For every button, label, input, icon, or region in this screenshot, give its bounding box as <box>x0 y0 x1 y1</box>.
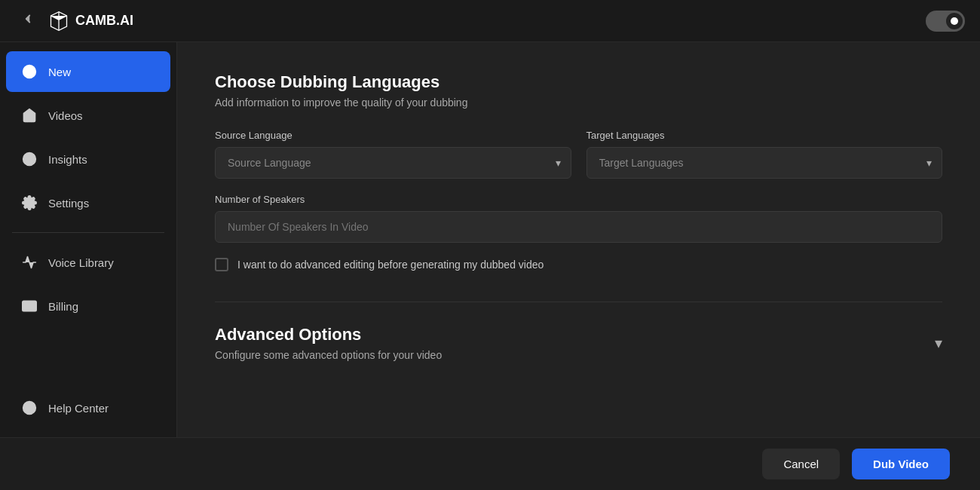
source-language-group: Source Language Source Language English … <box>215 130 571 179</box>
dubbing-languages-section: Choose Dubbing Languages Add information… <box>215 72 942 302</box>
theme-toggle[interactable] <box>926 11 965 32</box>
advanced-options-text: Advanced Options Configure some advanced… <box>215 325 442 361</box>
dubbing-title: Choose Dubbing Languages <box>215 72 942 92</box>
language-row: Source Language Source Language English … <box>215 130 942 179</box>
source-language-select[interactable]: Source Language English Spanish French G… <box>215 147 571 179</box>
svg-point-4 <box>28 158 32 161</box>
main-layout: New Videos Insights <box>0 42 980 437</box>
sidebar-item-settings-label: Settings <box>48 197 89 210</box>
sidebar-item-help-center-label: Help Center <box>48 402 109 415</box>
svg-rect-6 <box>23 301 36 311</box>
credit-card-icon <box>21 298 38 314</box>
settings-icon <box>21 194 38 211</box>
toggle-track <box>926 11 965 32</box>
num-speakers-group: Number of Speakers <box>215 194 942 243</box>
sidebar-item-voice-library[interactable]: Voice Library <box>6 242 170 283</box>
advanced-editing-checkbox-row: I want to do advanced editing before gen… <box>215 258 942 271</box>
chevron-left-icon <box>21 12 35 26</box>
home-icon <box>21 107 38 124</box>
sidebar: New Videos Insights <box>0 42 177 437</box>
source-language-label: Source Language <box>215 130 571 141</box>
target-languages-label: Target Languages <box>586 130 943 141</box>
help-circle-icon <box>21 400 38 416</box>
sidebar-item-voice-library-label: Voice Library <box>48 256 114 269</box>
sidebar-item-new-label: New <box>48 66 71 78</box>
content-area: Choose Dubbing Languages Add information… <box>177 42 980 437</box>
sidebar-item-billing[interactable]: Billing <box>6 286 170 326</box>
advanced-subtitle: Configure some advanced options for your… <box>215 349 442 361</box>
num-speakers-label: Number of Speakers <box>215 194 942 205</box>
target-languages-select-wrapper: Target Languages English Spanish French … <box>586 147 943 179</box>
sidebar-item-settings[interactable]: Settings <box>6 182 170 223</box>
advanced-title: Advanced Options <box>215 325 442 345</box>
num-speakers-input[interactable] <box>215 211 942 243</box>
waveform-icon <box>21 254 38 271</box>
footer: Cancel Dub Video <box>0 437 980 490</box>
target-languages-group: Target Languages Target Languages Englis… <box>586 130 943 179</box>
advanced-options-header[interactable]: Advanced Options Configure some advanced… <box>215 325 942 361</box>
source-language-select-wrapper: Source Language English Spanish French G… <box>215 147 571 179</box>
dubbing-subtitle: Add information to improve the quality o… <box>215 96 942 109</box>
sidebar-divider <box>12 232 164 233</box>
camb-logo-icon <box>48 11 69 32</box>
advanced-editing-label: I want to do advanced editing before gen… <box>237 259 544 271</box>
sidebar-item-videos[interactable]: Videos <box>6 95 170 136</box>
cancel-button[interactable]: Cancel <box>762 449 840 479</box>
advanced-options-section: Advanced Options Configure some advanced… <box>215 302 942 361</box>
sidebar-item-insights[interactable]: Insights <box>6 139 170 179</box>
topbar-left: CAMB.AI <box>15 9 133 32</box>
sidebar-item-new[interactable]: New <box>6 51 170 92</box>
sidebar-spacer <box>0 328 176 386</box>
topbar: CAMB.AI <box>0 0 980 42</box>
advanced-editing-checkbox[interactable] <box>215 258 228 271</box>
sidebar-item-videos-label: Videos <box>48 109 83 122</box>
toggle-thumb <box>946 13 963 29</box>
logo-text: CAMB.AI <box>75 13 133 29</box>
back-button[interactable] <box>15 9 41 32</box>
sidebar-item-help-center[interactable]: Help Center <box>6 387 170 428</box>
target-languages-select[interactable]: Target Languages English Spanish French … <box>586 147 943 179</box>
plus-circle-icon <box>21 63 38 80</box>
content-inner: Choose Dubbing Languages Add information… <box>177 42 980 391</box>
advanced-chevron-icon: ▾ <box>935 334 942 352</box>
logo: CAMB.AI <box>48 11 133 32</box>
sidebar-item-insights-label: Insights <box>48 153 87 166</box>
sidebar-item-billing-label: Billing <box>48 300 78 313</box>
circle-dot-icon <box>21 151 38 167</box>
dub-video-button[interactable]: Dub Video <box>852 449 950 479</box>
